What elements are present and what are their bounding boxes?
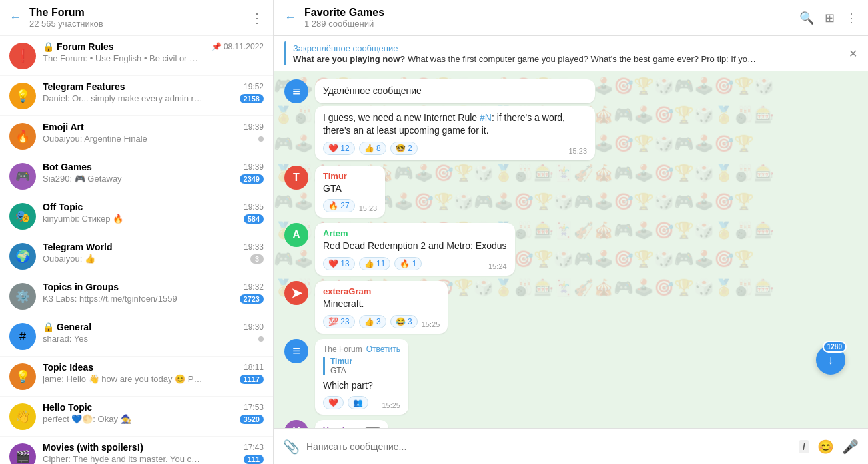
hashtag: #N <box>480 112 492 123</box>
topic-header-row: 🔒 Forum Rules📌 08.11.2022 <box>43 41 264 52</box>
avatar: Y <box>284 420 308 428</box>
topic-preview: sharad: Yes <box>43 334 88 344</box>
search-icon[interactable]: 🔍 <box>799 11 814 25</box>
topic-icon: ❗ <box>9 43 36 69</box>
topic-body: Bot Games19:39Sia290: 🎮 Getaway2349 <box>43 162 264 184</box>
topic-preview-row: K3 Labs: https://t.me/tginfoen/15592723 <box>43 294 264 304</box>
right-back-button[interactable]: ← <box>284 11 296 25</box>
topic-title: Emoji Art <box>43 122 84 132</box>
topic-time: 19:32 <box>244 282 264 292</box>
reaction[interactable]: ❤️ 12 <box>323 142 355 155</box>
reaction[interactable]: ❤️ 13 <box>323 257 355 270</box>
topic-header-row: Off Topic19:35 <box>43 202 264 212</box>
topic-item[interactable]: 🎮Bot Games19:39Sia290: 🎮 Getaway2349 <box>0 156 273 196</box>
message-footer: ❤️ 12 👍 8 🤓 2 15:23 <box>323 142 587 155</box>
topic-badge: 3520 <box>240 415 264 424</box>
message-text: Minecraft. <box>323 298 440 311</box>
more-options-icon[interactable]: ⋮ <box>845 11 857 25</box>
topic-item[interactable]: ⚙️Topics in Groups19:32K3 Labs: https://… <box>0 276 273 316</box>
topic-preview-row: sharad: Yes <box>43 334 264 344</box>
topic-preview: kinyumbi: Стикер 🔥 <box>43 214 123 224</box>
topic-preview-row: perfect 💙🌕: Okay 🧙3520 <box>43 414 264 424</box>
message-input[interactable] <box>306 441 792 452</box>
topic-item[interactable]: 👋Hello Topic17:53perfect 💙🌕: Okay 🧙3520 <box>0 397 273 437</box>
right-header-icons: 🔍 ⊞ ⋮ <box>799 11 857 25</box>
topic-icon: 🌍 <box>9 243 36 270</box>
topic-header-row: Topic Ideas18:11 <box>43 362 264 373</box>
topic-header-row: Topics in Groups19:32 <box>43 282 264 292</box>
attach-icon[interactable]: 📎 <box>283 439 300 455</box>
forum-title: The Forum <box>29 7 242 19</box>
message-group: A Artem Red Dead Redemption 2 and Metro:… <box>284 223 857 276</box>
topic-preview: K3 Labs: https://t.me/tginfoen/1559 <box>43 294 177 304</box>
deleted-text: Удалённое сообщение <box>323 85 587 98</box>
avatar: T <box>284 166 308 190</box>
reaction[interactable]: 👍 8 <box>359 142 386 155</box>
topic-badge: 2158 <box>240 94 264 103</box>
forum-subtitle: 22 565 участников <box>29 19 242 29</box>
reaction[interactable]: 👍 11 <box>359 257 391 270</box>
topic-time: 19:33 <box>244 242 264 252</box>
topic-title: Movies (with spoilers!) <box>43 442 143 453</box>
columns-icon[interactable]: ⊞ <box>825 11 835 25</box>
message-group: ➤ exteraGram Minecraft. 💯 23 👍 3 😂 3 15:… <box>284 281 857 334</box>
topic-item[interactable]: 🎬Movies (with spoilers!)17:43Cipher: The… <box>0 437 273 464</box>
topic-item[interactable]: 🔥Emoji Art19:39Oubaiyou: Argentine Final… <box>0 116 273 156</box>
topic-body: Emoji Art19:39Oubaiyou: Argentine Finale <box>43 122 264 144</box>
topic-header-row: Movies (with spoilers!)17:43 <box>43 442 264 453</box>
topic-item[interactable]: ❗🔒 Forum Rules📌 08.11.2022The Forum: • U… <box>0 36 273 76</box>
pinned-label: Закреплённое сообщение <box>293 43 857 53</box>
topic-preview: Oubaiyou: Argentine Finale <box>43 134 147 144</box>
pinned-text[interactable]: What are you playing now? What was the f… <box>293 54 760 64</box>
reaction[interactable]: 😂 3 <box>390 315 418 328</box>
reaction[interactable]: 👥 <box>348 396 368 409</box>
reaction[interactable]: 🔥 1 <box>394 257 422 270</box>
pinned-close-icon[interactable]: ✕ <box>849 47 857 60</box>
topic-item[interactable]: #🔒 General19:30sharad: Yes <box>0 316 273 357</box>
message-time: 15:24 <box>488 262 507 270</box>
bottom-icons: / 😊 🎤 <box>799 439 859 455</box>
reaction[interactable]: 🤓 2 <box>390 142 418 155</box>
topic-icon: 🎭 <box>9 203 36 230</box>
topic-preview: The Forum: • Use English • Be civil or b… <box>43 53 203 63</box>
reply-button[interactable]: Ответить <box>366 344 400 354</box>
topic-item[interactable]: 💡Telegram Features19:52Daniel: Or... sim… <box>0 76 273 116</box>
pinned-rest: What was the first computer game you pla… <box>405 54 760 64</box>
topic-header-row: Hello Topic17:53 <box>43 402 264 413</box>
message-text: Which part? <box>323 379 400 393</box>
topic-icon: 💡 <box>9 363 36 390</box>
reply-header: The Forum Ответить <box>323 344 400 354</box>
message-bubble: Timur GTA 🔥 27 15:23 <box>315 166 385 218</box>
mic-icon[interactable]: 🎤 <box>842 439 859 455</box>
more-options-icon[interactable]: ⋮ <box>250 10 264 26</box>
topic-item[interactable]: 🎭Off Topic19:35kinyumbi: Стикер 🔥584 <box>0 196 273 236</box>
reaction[interactable]: ❤️ <box>323 396 344 409</box>
topic-item[interactable]: 🌍Telegram World19:33Oubaiyou: 👍3 <box>0 236 273 276</box>
topic-time: 17:43 <box>244 443 264 452</box>
muted-dot <box>258 136 264 142</box>
muted-dot <box>258 336 264 342</box>
topic-preview-row: Cipher: The hyde and its master. You can… <box>43 454 264 464</box>
topic-preview: Sia290: 🎮 Getaway <box>43 174 122 184</box>
topic-preview: jame: Hello 👋 how are you today 😊 Pin co… <box>43 374 203 384</box>
back-button[interactable]: ← <box>9 11 21 25</box>
topic-body: Telegram World19:33Oubaiyou: 👍3 <box>43 242 264 264</box>
pinned-content: Закреплённое сообщение What are you play… <box>293 43 857 64</box>
topic-icon: # <box>9 323 36 350</box>
message-time: 15:23 <box>359 204 378 212</box>
message-bubble: Artem Red Dead Redemption 2 and Metro: E… <box>315 223 515 276</box>
message-text: GTA <box>323 182 377 196</box>
channel-title: Favorite Games <box>304 7 791 19</box>
emoji-icon[interactable]: 😊 <box>817 439 834 455</box>
reply-quote-sender: Timur <box>330 357 400 366</box>
scroll-down-button[interactable]: ↓ 1280 <box>816 345 845 375</box>
reaction[interactable]: 💯 23 <box>323 315 355 328</box>
topic-header-row: Emoji Art19:39 <box>43 122 264 132</box>
reaction[interactable]: 🔥 27 <box>323 199 355 212</box>
scroll-down-badge: 1280 <box>823 341 847 353</box>
command-icon[interactable]: / <box>799 440 809 453</box>
topic-preview: Oubaiyou: 👍 <box>43 254 95 264</box>
topic-badge: 3 <box>250 254 264 264</box>
reaction[interactable]: 👍 3 <box>359 315 386 328</box>
topic-item[interactable]: 💡Topic Ideas18:11jame: Hello 👋 how are y… <box>0 357 273 397</box>
